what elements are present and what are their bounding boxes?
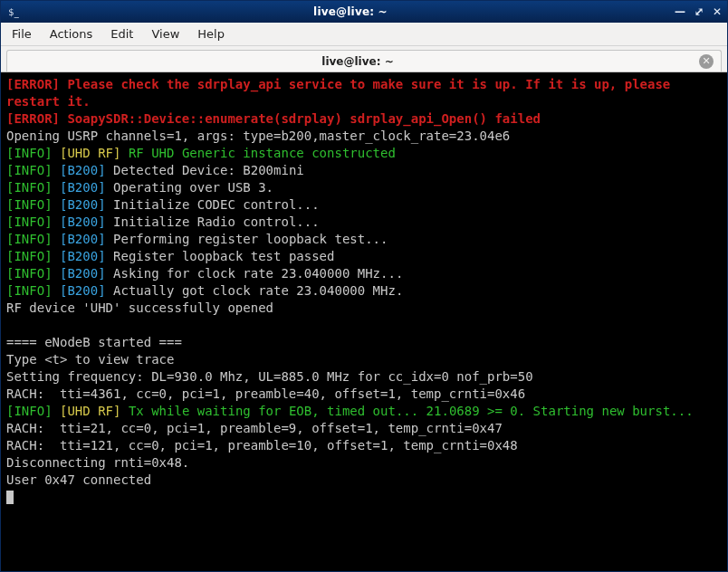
log-line: RACH: tti=121, cc=0, pci=1, preamble=10,… bbox=[6, 438, 518, 453]
log-line: RF device 'UHD' successfully opened bbox=[6, 300, 273, 315]
b200-tag: [B200] bbox=[60, 197, 106, 212]
log-line: Operating over USB 3. bbox=[113, 180, 273, 195]
tab-label: live@live: ~ bbox=[16, 55, 699, 68]
log-error: [ERROR] SoapySDR::Device::enumerate(sdrp… bbox=[6, 111, 541, 126]
menubar: File Actions Edit View Help bbox=[1, 23, 727, 46]
terminal-window: $_ live@live: ~ — ⤢ ✕ File Actions Edit … bbox=[0, 0, 728, 572]
menu-help[interactable]: Help bbox=[197, 27, 225, 41]
b200-tag: [B200] bbox=[60, 163, 106, 177]
b200-tag: [B200] bbox=[60, 266, 106, 281]
log-line: RF UHD Generic instance constructed bbox=[129, 146, 396, 160]
log-line: Tx while waiting for EOB, timed out... 2… bbox=[129, 404, 694, 418]
terminal-output[interactable]: [ERROR] Please check the sdrplay_api ser… bbox=[1, 72, 727, 571]
log-line: Setting frequency: DL=930.0 Mhz, UL=885.… bbox=[6, 369, 533, 384]
window-titlebar[interactable]: $_ live@live: ~ — ⤢ ✕ bbox=[1, 1, 727, 23]
uhd-rf-tag: [UHD RF] bbox=[60, 146, 120, 160]
uhd-rf-tag: [UHD RF] bbox=[60, 404, 120, 418]
log-line: Type <t> to view trace bbox=[6, 352, 174, 367]
log-line: RACH: tti=4361, cc=0, pci=1, preamble=40… bbox=[6, 386, 525, 401]
info-tag: [INFO] bbox=[6, 232, 53, 246]
log-line: Actually got clock rate 23.040000 MHz. bbox=[113, 283, 403, 298]
log-error: [ERROR] Please check the sdrplay_api ser… bbox=[6, 77, 678, 109]
b200-tag: [B200] bbox=[60, 180, 106, 195]
terminal-tab[interactable]: live@live: ~ ✕ bbox=[6, 50, 722, 72]
b200-tag: [B200] bbox=[60, 232, 106, 246]
log-line: Register loopback test passed bbox=[113, 249, 334, 263]
log-line: Initialize CODEC control... bbox=[113, 197, 320, 212]
b200-tag: [B200] bbox=[60, 283, 106, 298]
terminal-icon: $_ bbox=[6, 5, 21, 19]
info-tag: [INFO] bbox=[6, 197, 53, 212]
info-tag: [INFO] bbox=[6, 163, 53, 177]
menu-file[interactable]: File bbox=[12, 27, 32, 41]
b200-tag: [B200] bbox=[60, 249, 106, 263]
close-button[interactable]: ✕ bbox=[713, 6, 722, 17]
info-tag: [INFO] bbox=[6, 214, 53, 229]
cursor bbox=[6, 491, 14, 504]
minimize-button[interactable]: — bbox=[675, 6, 685, 17]
info-tag: [INFO] bbox=[6, 249, 53, 263]
window-controls: — ⤢ ✕ bbox=[675, 6, 722, 17]
log-line: Opening USRP channels=1, args: type=b200… bbox=[6, 129, 510, 143]
info-tag: [INFO] bbox=[6, 180, 53, 195]
menu-edit[interactable]: Edit bbox=[110, 27, 133, 41]
tab-close-icon[interactable]: ✕ bbox=[699, 54, 714, 69]
log-line: Asking for clock rate 23.040000 MHz... bbox=[113, 266, 403, 281]
log-line: Detected Device: B200mini bbox=[113, 163, 304, 177]
log-line: Initialize Radio control... bbox=[113, 214, 320, 229]
log-line: RACH: tti=21, cc=0, pci=1, preamble=9, o… bbox=[6, 421, 503, 435]
b200-tag: [B200] bbox=[60, 214, 106, 229]
info-tag: [INFO] bbox=[6, 266, 53, 281]
menu-actions[interactable]: Actions bbox=[50, 27, 93, 41]
log-line: Disconnecting rnti=0x48. bbox=[6, 455, 189, 470]
tab-bar: live@live: ~ ✕ bbox=[1, 46, 727, 72]
info-tag: [INFO] bbox=[6, 283, 53, 298]
menu-view[interactable]: View bbox=[151, 27, 179, 41]
log-line: User 0x47 connected bbox=[6, 472, 151, 487]
info-tag: [INFO] bbox=[6, 404, 53, 418]
log-line: ==== eNodeB started === bbox=[6, 335, 182, 349]
log-line: Performing register loopback test... bbox=[113, 232, 388, 246]
maximize-button[interactable]: ⤢ bbox=[694, 6, 704, 17]
window-title: live@live: ~ bbox=[26, 5, 675, 18]
info-tag: [INFO] bbox=[6, 146, 53, 160]
